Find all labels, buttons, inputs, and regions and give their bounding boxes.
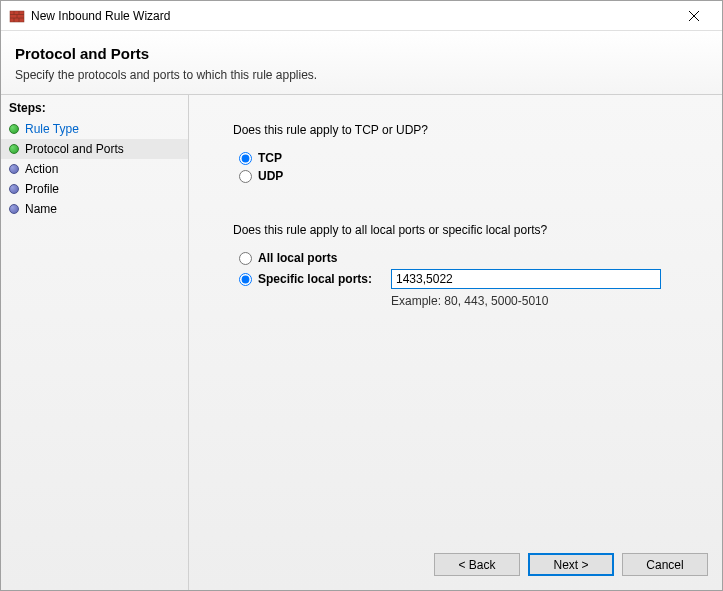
close-button[interactable]: [674, 2, 714, 30]
step-profile[interactable]: Profile: [1, 179, 188, 199]
protocol-question: Does this rule apply to TCP or UDP?: [233, 123, 700, 137]
step-label: Action: [25, 162, 58, 176]
radio-all-ports[interactable]: All local ports: [239, 249, 700, 267]
radio-specific-ports-input[interactable]: [239, 273, 252, 286]
radio-tcp[interactable]: TCP: [239, 149, 700, 167]
step-label: Name: [25, 202, 57, 216]
page-subtitle: Specify the protocols and ports to which…: [15, 68, 708, 82]
step-bullet-icon: [9, 164, 19, 174]
radio-udp[interactable]: UDP: [239, 167, 700, 185]
step-bullet-icon: [9, 184, 19, 194]
close-icon: [689, 11, 699, 21]
step-label: Rule Type: [25, 122, 79, 136]
step-name[interactable]: Name: [1, 199, 188, 219]
step-bullet-icon: [9, 124, 19, 134]
radio-all-ports-label: All local ports: [258, 251, 337, 265]
radio-all-ports-input[interactable]: [239, 252, 252, 265]
radio-specific-ports-row: Specific local ports:: [239, 267, 700, 291]
ports-radio-group: All local ports Specific local ports: Ex…: [239, 249, 700, 308]
content-panel: Does this rule apply to TCP or UDP? TCP …: [189, 95, 722, 590]
step-bullet-icon: [9, 204, 19, 214]
radio-specific-ports[interactable]: Specific local ports:: [239, 270, 391, 288]
step-protocol-and-ports[interactable]: Protocol and Ports: [1, 139, 188, 159]
step-action[interactable]: Action: [1, 159, 188, 179]
ports-question: Does this rule apply to all local ports …: [233, 223, 700, 237]
protocol-radio-group: TCP UDP: [239, 149, 700, 185]
button-bar: < Back Next > Cancel: [434, 553, 708, 576]
firewall-icon: [9, 8, 25, 24]
radio-tcp-input[interactable]: [239, 152, 252, 165]
radio-specific-ports-label: Specific local ports:: [258, 272, 372, 286]
radio-udp-input[interactable]: [239, 170, 252, 183]
body: Steps: Rule Type Protocol and Ports Acti…: [1, 95, 722, 590]
ports-example-text: Example: 80, 443, 5000-5010: [391, 294, 700, 308]
specific-ports-input[interactable]: [391, 269, 661, 289]
step-rule-type[interactable]: Rule Type: [1, 119, 188, 139]
wizard-window: New Inbound Rule Wizard Protocol and Por…: [0, 0, 723, 591]
steps-header: Steps:: [1, 99, 188, 119]
page-title: Protocol and Ports: [15, 45, 708, 62]
window-title: New Inbound Rule Wizard: [31, 9, 674, 23]
steps-sidebar: Steps: Rule Type Protocol and Ports Acti…: [1, 95, 189, 590]
next-button[interactable]: Next >: [528, 553, 614, 576]
radio-tcp-label: TCP: [258, 151, 282, 165]
back-button[interactable]: < Back: [434, 553, 520, 576]
titlebar: New Inbound Rule Wizard: [1, 1, 722, 31]
step-bullet-icon: [9, 144, 19, 154]
step-label: Profile: [25, 182, 59, 196]
radio-udp-label: UDP: [258, 169, 283, 183]
step-label: Protocol and Ports: [25, 142, 124, 156]
page-header: Protocol and Ports Specify the protocols…: [1, 31, 722, 95]
cancel-button[interactable]: Cancel: [622, 553, 708, 576]
